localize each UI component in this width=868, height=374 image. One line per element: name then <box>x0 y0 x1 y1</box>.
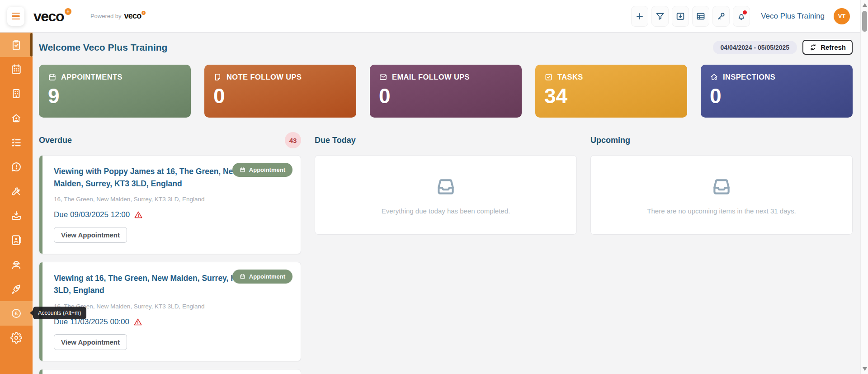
hamburger-menu-button[interactable] <box>7 7 24 26</box>
scrollbar-up-arrow[interactable] <box>863 3 867 7</box>
page-title: Welcome Veco Plus Training <box>39 42 167 53</box>
view-appointment-button[interactable]: View Appointment <box>54 334 127 350</box>
inbox-down-icon <box>10 210 22 222</box>
overdue-card: Viewing with Poppy James at 16, The Gree… <box>39 369 301 374</box>
stat-label: EMAIL FOLLOW UPS <box>392 73 470 81</box>
page-scrollbar[interactable] <box>860 0 868 374</box>
section-title-upcoming: Upcoming <box>590 136 630 145</box>
sidebar-nav: £ <box>0 33 33 374</box>
key-icon <box>716 11 726 21</box>
stat-value: 9 <box>48 85 182 106</box>
empty-inbox-icon <box>434 175 458 198</box>
sidebar-item-home[interactable] <box>0 106 33 130</box>
section-title-due-today: Due Today <box>315 136 356 145</box>
warning-icon <box>133 317 142 327</box>
view-appointment-button[interactable]: View Appointment <box>54 227 127 243</box>
refresh-label: Refresh <box>821 43 846 51</box>
calendar-icon <box>10 63 22 75</box>
stat-card-inspections[interactable]: INSPECTIONS 0 <box>701 65 853 118</box>
rocket-icon <box>10 283 22 295</box>
table-icon <box>696 11 706 21</box>
stat-card-note-follow-ups[interactable]: NOTE FOLLOW UPS 0 <box>204 65 356 118</box>
overdue-card-list: Viewing with Poppy James at 16, The Gree… <box>39 155 301 374</box>
appointment-address: 16, The Green, New Malden, Surrey, KT3 3… <box>54 303 290 310</box>
export-button[interactable] <box>672 6 689 27</box>
stat-value: 0 <box>710 85 844 106</box>
pound-circle-icon: £ <box>10 308 22 319</box>
filter-button[interactable] <box>651 6 669 27</box>
upcoming-empty-state: There are no upcoming items in the next … <box>590 155 853 235</box>
sidebar-item-accounts[interactable]: £ <box>0 301 33 326</box>
veco-logo: veco + <box>33 9 71 24</box>
stat-card-appointments[interactable]: APPOINTMENTS 9 <box>39 65 191 118</box>
calendar-icon <box>48 73 57 81</box>
checklist-icon <box>10 137 22 148</box>
powered-by-label: Powered by <box>90 13 122 19</box>
appointment-type-badge: Appointment <box>232 163 292 177</box>
user-avatar[interactable]: VT <box>834 8 850 24</box>
task-check-icon <box>544 73 553 81</box>
sidebar-item-contractors[interactable] <box>0 252 33 277</box>
note-icon <box>213 73 222 81</box>
sections-row: Overdue 43 Viewing with Poppy James at 1… <box>33 118 860 374</box>
stat-value: 0 <box>213 85 347 106</box>
scrollbar-down-arrow[interactable] <box>863 367 867 371</box>
stat-value: 34 <box>544 85 678 106</box>
building-icon <box>10 88 22 99</box>
house-person-icon <box>10 112 22 124</box>
overdue-count-badge: 43 <box>285 132 301 148</box>
sidebar-item-marketing[interactable] <box>0 277 33 301</box>
scrollbar-thumb[interactable] <box>862 11 867 32</box>
sidebar-item-calendar[interactable] <box>0 57 33 81</box>
date-range-pill[interactable]: 04/04/2024 - 05/05/2025 <box>713 41 797 54</box>
upcoming-empty-message: There are no upcoming items in the next … <box>647 207 796 215</box>
sidebar-item-contacts[interactable] <box>0 228 33 252</box>
empty-inbox-icon <box>709 175 734 198</box>
sidebar-item-enquiries[interactable] <box>0 155 33 179</box>
appointment-due: Due 11/03/2025 00:00 <box>54 317 290 327</box>
filter-icon <box>655 11 665 21</box>
sidebar-item-properties[interactable] <box>0 81 33 106</box>
page-header: Welcome Veco Plus Training 04/04/2024 - … <box>33 33 860 55</box>
chat-alert-icon <box>10 161 22 173</box>
main-content: Welcome Veco Plus Training 04/04/2024 - … <box>33 33 860 374</box>
warning-icon <box>134 210 143 219</box>
notifications-button[interactable] <box>733 6 750 27</box>
stat-value: 0 <box>379 85 513 106</box>
section-upcoming: Upcoming There are no upcoming items in … <box>590 132 853 374</box>
section-overdue: Overdue 43 Viewing with Poppy James at 1… <box>39 132 301 374</box>
appointment-address: 16, The Green, New Malden, Surrey, KT3 3… <box>54 196 290 203</box>
overdue-card: Viewing with Poppy James at 16, The Gree… <box>39 155 301 254</box>
svg-text:£: £ <box>15 311 18 316</box>
stat-card-email-follow-ups[interactable]: EMAIL FOLLOW UPS 0 <box>370 65 522 118</box>
veco-logo-plus-icon: + <box>65 8 71 15</box>
sidebar-item-diary[interactable] <box>0 33 33 57</box>
keys-button[interactable] <box>712 6 730 27</box>
stat-card-tasks[interactable]: TASKS 34 <box>535 65 687 118</box>
table-view-button[interactable] <box>692 6 709 27</box>
sidebar-item-tasks[interactable] <box>0 130 33 155</box>
sidebar-item-maintenance[interactable] <box>0 179 33 204</box>
refresh-button[interactable]: Refresh <box>802 40 853 55</box>
due-today-empty-message: Everything due today has been completed. <box>382 207 510 215</box>
sidebar-item-settings[interactable] <box>0 326 33 350</box>
sidebar-item-inbox[interactable] <box>0 204 33 228</box>
address-book-icon <box>10 234 22 246</box>
appointment-type-badge: Appointment <box>232 270 292 284</box>
appointment-title-link[interactable]: Viewing with Poppy James at 16, The Gree… <box>54 166 250 190</box>
plus-icon <box>635 11 645 21</box>
add-button[interactable] <box>631 6 648 27</box>
box-arrow-down-icon <box>675 11 685 21</box>
stat-cards-row: APPOINTMENTS 9 NOTE FOLLOW UPS 0 <box>33 55 860 118</box>
veco-logo-text: veco <box>33 9 64 24</box>
tools-icon <box>10 185 22 197</box>
accounts-tooltip: Accounts (Alt+m) <box>33 307 86 319</box>
due-text: Due 09/03/2025 12:00 <box>54 210 130 219</box>
powered-by-logo-text: veco <box>124 13 142 19</box>
appointment-due: Due 09/03/2025 12:00 <box>54 210 290 219</box>
due-today-empty-state: Everything due today has been completed. <box>315 155 577 235</box>
powered-by-logo-plus-icon: + <box>142 11 146 15</box>
appointment-title-link[interactable]: Viewing at 16, The Green, New Malden, Su… <box>54 272 250 297</box>
user-menu[interactable]: Veco Plus Training <box>761 12 825 21</box>
notification-alert-dot <box>743 10 747 14</box>
